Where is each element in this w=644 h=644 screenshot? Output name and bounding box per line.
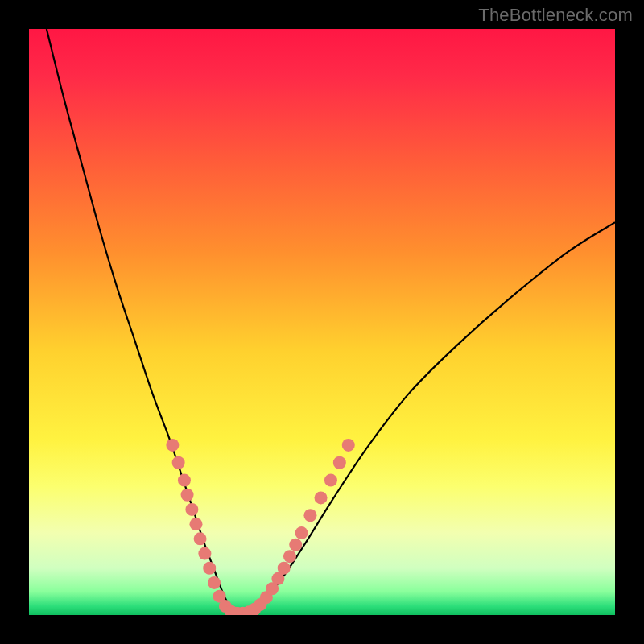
highlight-marker [185,503,198,516]
highlight-marker [166,439,179,452]
highlight-marker [203,562,216,575]
highlight-marker [333,456,346,469]
highlight-marker [181,489,194,502]
watermark-text: TheBottleneck.com [478,5,633,26]
highlight-marker [189,518,202,530]
highlight-markers [166,439,354,615]
highlight-marker [198,547,211,560]
bottleneck-curve [47,29,615,615]
highlight-marker [208,576,221,589]
highlight-marker [278,562,291,575]
highlight-marker [194,532,207,545]
bottleneck-chart: TheBottleneck.com [0,0,644,644]
plot-area [29,29,615,615]
highlight-marker [315,491,328,504]
highlight-marker [289,539,302,551]
highlight-marker [295,526,308,539]
chart-overlay [29,29,615,615]
highlight-marker [303,509,316,522]
highlight-marker [178,474,191,487]
highlight-marker [172,456,185,469]
highlight-marker [283,550,296,563]
highlight-marker [342,439,355,452]
highlight-marker [324,474,337,487]
